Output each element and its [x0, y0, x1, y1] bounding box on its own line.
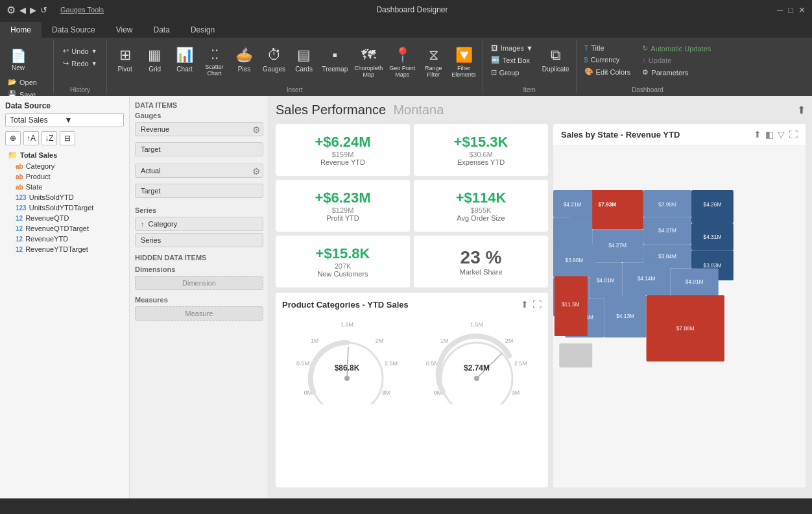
- ds-add-btn[interactable]: ⊕: [5, 131, 21, 145]
- series-series-btn[interactable]: Series: [135, 233, 263, 247]
- map-filter-btn[interactable]: ▽: [778, 129, 785, 140]
- ds-filter-btn[interactable]: ⊟: [60, 131, 75, 145]
- svg-text:1M: 1M: [311, 337, 319, 344]
- autoupdate-label: Automatic Updates: [651, 45, 711, 53]
- tree-revytd[interactable]: 12 RevenueYTD: [5, 234, 124, 244]
- editcolors-button[interactable]: 🎨 Edit Colors: [580, 66, 635, 77]
- geopoint-button[interactable]: 📍 Geo PointMaps: [387, 43, 418, 82]
- dash-export-btn[interactable]: ⬆: [797, 104, 806, 116]
- minimize-btn[interactable]: ─: [777, 5, 783, 15]
- tree-revytdtarget-label: RevenueYTDTarget: [25, 245, 88, 253]
- tree-revqtd[interactable]: 12 RevenueQTD: [5, 213, 124, 223]
- chart-button[interactable]: 📊 Chart: [171, 43, 199, 77]
- choropleth-button[interactable]: 🗺 ChoroplethMap: [352, 43, 385, 82]
- kpi-grid: +$6.24M $159M Revenue YTD +$15.3K $30.6M…: [276, 124, 548, 288]
- tree-revytdtarget[interactable]: 12 RevenueYTDTarget: [5, 244, 124, 254]
- scatter-button[interactable]: ⁚⁚ ScatterChart: [200, 43, 229, 81]
- gauge-target1-btn[interactable]: Target: [135, 142, 263, 156]
- tree-unitsoldtarget[interactable]: 123 UnitsSoldYTDTarget: [5, 202, 124, 213]
- cards-section: +$6.24M $159M Revenue YTD +$15.3K $30.6M…: [276, 124, 548, 487]
- range-button[interactable]: ⧖ RangeFilter: [419, 43, 448, 82]
- tree-category[interactable]: ab Category: [5, 161, 124, 171]
- tab-home[interactable]: Home: [0, 22, 42, 38]
- dimension-btn[interactable]: Dimension: [135, 276, 263, 290]
- gauge-actual-btn[interactable]: Actual: [135, 164, 263, 178]
- cards-button[interactable]: ▤ Cards: [290, 43, 318, 77]
- treemap-button[interactable]: ▪ Treemap: [320, 43, 351, 77]
- tab-datasource[interactable]: Data Source: [42, 22, 106, 38]
- quick-access-toolbar: ⚙ ◀ ▶ ↺: [6, 4, 47, 16]
- new-button[interactable]: 📄 New: [4, 45, 32, 75]
- tree-folder-icon: 📁: [8, 151, 18, 160]
- middle-panel: DATA ITEMS Gauges Revenue ⚙ Target Actua…: [130, 96, 269, 498]
- map-fullscreen-btn[interactable]: ⛶: [789, 129, 798, 140]
- gauge-chart-header: Product Categories - YTD Sales ⬆ ⛶: [282, 299, 542, 310]
- main-area: Data Source Total Sales ▼ ⊕ ↑A ↓Z ⊟ 📁 To…: [0, 96, 812, 498]
- tree-state[interactable]: ab State: [5, 182, 124, 192]
- gauge-fullscreen-btn[interactable]: ⛶: [532, 299, 542, 310]
- gauge2-gear[interactable]: ⚙: [252, 166, 261, 177]
- group-icon: ⊡: [491, 68, 497, 77]
- images-button[interactable]: 🖼 Images ▼: [487, 43, 537, 53]
- tree-root[interactable]: 📁 Total Sales: [5, 149, 124, 161]
- tab-data[interactable]: Data: [143, 22, 180, 38]
- group-button[interactable]: ⊡ Group: [487, 67, 537, 78]
- datasource-title: Data Source: [5, 101, 124, 110]
- status-bar: [0, 498, 812, 514]
- map-header: Sales by State - Revenue YTD ⬆ ◧ ▽ ⛶: [553, 124, 806, 145]
- undo-label: Undo: [71, 47, 88, 55]
- pies-button[interactable]: 🥧 Pies: [230, 43, 259, 77]
- parameters-button[interactable]: ⚙ Parameters: [638, 67, 715, 78]
- qa-refresh[interactable]: ↺: [40, 5, 47, 15]
- map-layer-btn[interactable]: ◧: [765, 129, 774, 140]
- currency-button[interactable]: $ Currency: [580, 55, 635, 65]
- tree-state-label: State: [26, 183, 43, 191]
- update-button[interactable]: ↑ Update: [638, 55, 715, 66]
- svg-text:$4.31M: $4.31M: [704, 234, 722, 240]
- measure-btn[interactable]: Measure: [135, 306, 263, 321]
- ribbon-tabs: Home Data Source View Data Design: [0, 19, 812, 38]
- tree-unitsoldtarget-label: UnitsSoldYTDTarget: [29, 204, 94, 212]
- filter-button[interactable]: 🔽 FilterElements: [449, 43, 479, 82]
- title-button[interactable]: T Title: [580, 43, 635, 53]
- gauges-button[interactable]: ⏱ Gauges: [260, 43, 289, 77]
- gauge-revenue-btn[interactable]: Revenue: [135, 122, 263, 136]
- ds-sort-desc-btn[interactable]: ↓Z: [42, 131, 57, 145]
- autoupdate-button[interactable]: ↻ Automatic Updates: [638, 43, 715, 54]
- duplicate-button[interactable]: ⧉ Duplicate: [540, 43, 572, 77]
- undo-button[interactable]: ↩ Undo ▼: [58, 45, 102, 56]
- gauge1-gear[interactable]: ⚙: [252, 125, 261, 135]
- qa-back[interactable]: ◀: [19, 5, 26, 15]
- dimensions-title: Dimensions: [135, 265, 263, 273]
- open-button[interactable]: 📂 Open: [4, 77, 41, 88]
- tab-design[interactable]: Design: [180, 22, 225, 38]
- grid-icon: ▦: [148, 47, 161, 64]
- series-category-btn[interactable]: ↑ Category: [135, 217, 263, 231]
- choropleth-label: ChoroplethMap: [354, 66, 383, 79]
- datasource-dropdown[interactable]: Total Sales ▼: [5, 113, 124, 127]
- map-export-btn[interactable]: ⬆: [754, 129, 761, 140]
- redo-button[interactable]: ↪ Redo ▼: [58, 58, 102, 69]
- svg-text:3M: 3M: [512, 389, 520, 396]
- svg-text:$4.01M: $4.01M: [686, 278, 704, 285]
- gauge-export-btn[interactable]: ⬆: [521, 299, 529, 310]
- qa-forward[interactable]: ▶: [30, 5, 36, 15]
- close-btn[interactable]: ✕: [798, 5, 806, 15]
- tree-category-label: Category: [26, 162, 55, 170]
- dashboard-body: +$6.24M $159M Revenue YTD +$15.3K $30.6M…: [276, 124, 806, 487]
- tab-view[interactable]: View: [106, 22, 143, 38]
- tree-product[interactable]: ab Product: [5, 171, 124, 182]
- tree-revqtdtarget[interactable]: 12 RevenueQTDTarget: [5, 223, 124, 234]
- textbox-button[interactable]: 🔤 Text Box: [487, 55, 537, 66]
- svg-text:$2.74M: $2.74M: [464, 363, 490, 373]
- gauge-target2-btn[interactable]: Target: [135, 184, 263, 198]
- state-ak[interactable]: [559, 343, 592, 367]
- maximize-btn[interactable]: □: [788, 5, 793, 15]
- pivot-button[interactable]: ⊞ Pivot: [111, 43, 139, 77]
- tree-unitsold[interactable]: 123 UnitsSoldYTD: [5, 192, 124, 202]
- chart-label: Chart: [176, 66, 192, 73]
- grid-button[interactable]: ▦ Grid: [141, 43, 169, 77]
- filter-label: FilterElements: [451, 66, 476, 79]
- update-icon: ↑: [642, 56, 646, 64]
- ds-sort-asc-btn[interactable]: ↑A: [23, 131, 39, 145]
